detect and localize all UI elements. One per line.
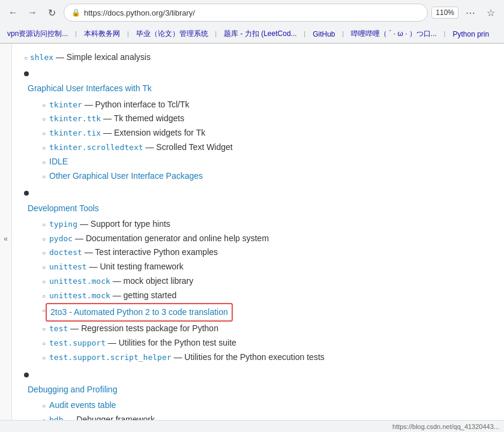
section-bullet <box>24 191 29 196</box>
item-link: shlex — Simple lexical analysis <box>30 52 151 62</box>
bullet: ○ <box>42 143 46 153</box>
bookmark-github[interactable]: GitHub <box>310 29 337 40</box>
lock-icon: 🔒 <box>71 8 80 17</box>
list-item: ○ tkinter.ttk — Tk themed widgets <box>42 112 492 126</box>
menu-button[interactable]: ⋯ <box>462 4 479 21</box>
bullet: ○ <box>42 291 46 301</box>
tk-sublist: ○ tkinter — Python interface to Tcl/Tk ○… <box>42 98 492 184</box>
dev-tools-header[interactable]: Development Tools <box>28 201 492 216</box>
bullet: ○ <box>42 234 46 244</box>
bookmark-leetcode[interactable]: 题库 - 力扣 (LeetCod... <box>221 28 299 40</box>
dev-tools-sublist: ○ typing — Support for type hints ○ pydo… <box>42 217 492 365</box>
bullet: ○ <box>42 220 46 230</box>
list-item: ○ Other Graphical User Interface Package… <box>42 169 492 184</box>
typing-link[interactable]: typing <box>49 219 77 229</box>
section-item: Debugging and Profiling <box>24 367 492 397</box>
bookmark-button[interactable]: ☆ <box>482 4 499 21</box>
list-item: ○ tkinter.tix — Extension widgets for Tk <box>42 126 492 140</box>
zoom-badge: 110% <box>431 7 458 19</box>
status-url: https://blog.csdn.net/qq_41320443... <box>392 423 499 430</box>
audit-events-link[interactable]: Audit events table <box>49 400 116 410</box>
gui-tk-header[interactable]: Graphical User Interfaces with Tk <box>28 81 492 96</box>
list-item: ○ IDLE <box>42 155 492 169</box>
status-bar: https://blog.csdn.net/qq_41320443... <box>0 420 504 432</box>
address-bar[interactable]: 🔒 https://docs.python.org/3/library/ <box>64 4 428 22</box>
sidebar-toggle[interactable]: « <box>0 44 12 432</box>
bookmarks-bar: vpn资源访问控制... | 本科教务网 | 毕业（论文）管理系统 | 题库 -… <box>0 25 504 43</box>
list-item: ○ test.support.script_helper — Utilities… <box>42 350 492 365</box>
tkinter-ttk-link[interactable]: tkinter.ttk <box>49 113 101 123</box>
debug-profile-header[interactable]: Debugging and Profiling <box>28 382 492 397</box>
tkinter-link[interactable]: tkinter <box>49 100 82 109</box>
list-item: ○ unittest.mock — getting started <box>42 289 492 303</box>
section-bullet <box>24 71 29 76</box>
list-item-highlighted: ○ 2to3 - Automated Python 2 to 3 code tr… <box>42 303 492 322</box>
bookmark-python-print[interactable]: Python prin <box>450 29 491 40</box>
bullet: ○ <box>42 172 46 182</box>
list-item: ○ pydoc — Documentation generator and on… <box>42 232 492 246</box>
browser-chrome: ← → ↻ 🔒 https://docs.python.org/3/librar… <box>0 0 504 44</box>
main-nav-list: ○ shlex — Simple lexical analysis Graphi… <box>24 50 492 432</box>
unittest-link[interactable]: unittest <box>49 262 87 271</box>
bullet: ○ <box>42 100 46 110</box>
test-support-script-link[interactable]: test.support.script_helper <box>49 352 172 362</box>
address-text: https://docs.python.org/3/library/ <box>84 8 420 17</box>
other-gui-link[interactable]: Other Graphical User Interface Packages <box>49 171 203 181</box>
section-item: Development Tools <box>24 185 492 215</box>
tkinter-tix-link[interactable]: tkinter.tix <box>49 128 101 137</box>
unittest-mock-link[interactable]: unittest.mock <box>49 276 110 286</box>
test-support-link[interactable]: test.support <box>49 338 106 347</box>
bullet: ○ <box>42 401 46 411</box>
list-item: ○ doctest — Test interactive Python exam… <box>42 245 492 260</box>
bullet: ○ <box>42 262 46 272</box>
bullet: ○ <box>42 324 46 334</box>
bullet: ○ <box>24 55 28 61</box>
bullet: ○ <box>42 248 46 258</box>
bullet: ○ <box>42 353 46 363</box>
unittest-mock-gs-link[interactable]: unittest.mock <box>49 290 110 300</box>
main-content: ○ shlex — Simple lexical analysis Graphi… <box>12 44 504 432</box>
idle-link[interactable]: IDLE <box>49 157 68 166</box>
toolbar-right: 110% ⋯ ☆ <box>431 4 499 21</box>
doctest-link[interactable]: doctest <box>49 247 82 257</box>
list-item: ○ unittest.mock — mock object library <box>42 274 492 289</box>
nav-buttons: ← → ↻ <box>5 4 60 21</box>
list-item: ○ Audit events table <box>42 398 492 413</box>
bullet: ○ <box>42 128 46 139</box>
list-item: ○ tkinter — Python interface to Tcl/Tk <box>42 98 492 112</box>
page-wrapper: « ○ shlex — Simple lexical analysis Grap… <box>0 44 504 432</box>
bookmark-edu[interactable]: 本科教务网 <box>82 28 122 40</box>
shlex-link[interactable]: shlex <box>30 52 53 62</box>
pydoc-link[interactable]: pydoc <box>49 233 73 243</box>
list-item: ○ test — Regression tests package for Py… <box>42 322 492 336</box>
bullet: ○ <box>42 114 46 124</box>
list-item: ○ shlex — Simple lexical analysis <box>24 50 492 65</box>
highlighted-box: 2to3 - Automated Python 2 to 3 code tran… <box>46 303 233 322</box>
refresh-button[interactable]: ↻ <box>43 4 60 21</box>
list-item: ○ unittest — Unit testing framework <box>42 260 492 274</box>
bullet: ○ <box>42 338 46 349</box>
bullet: ○ <box>42 277 46 287</box>
bookmark-bilibili[interactable]: 哔哩哔哩（ ´ · ω · ）つ口... <box>349 28 439 40</box>
bookmark-thesis[interactable]: 毕业（论文）管理系统 <box>134 28 211 40</box>
forward-button[interactable]: → <box>24 4 41 21</box>
back-button[interactable]: ← <box>5 4 22 21</box>
test-link[interactable]: test <box>49 323 68 333</box>
list-item: ○ typing — Support for type hints <box>42 217 492 232</box>
tkinter-scrolledtext-link[interactable]: tkinter.scrolledtext <box>49 142 143 152</box>
list-item: ○ tkinter.scrolledtext — Scrolled Text W… <box>42 140 492 155</box>
browser-toolbar: ← → ↻ 🔒 https://docs.python.org/3/librar… <box>0 0 504 25</box>
2to3-link[interactable]: 2to3 - Automated Python 2 to 3 code tran… <box>50 305 228 320</box>
bookmark-vpn[interactable]: vpn资源访问控制... <box>5 28 70 40</box>
bullet: ○ <box>42 157 46 167</box>
section-bullet <box>24 373 29 377</box>
list-item: ○ test.support — Utilities for the Pytho… <box>42 336 492 350</box>
section-item: Graphical User Interfaces with Tk <box>24 66 492 96</box>
